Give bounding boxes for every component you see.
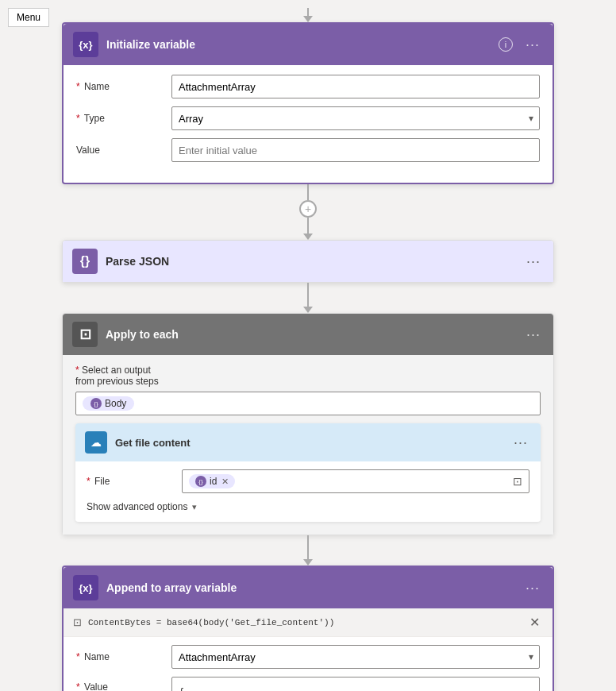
- connector-plus-1: +: [299, 200, 317, 234]
- parse-json-icon: {}: [72, 249, 98, 274]
- apply-to-each-title: Apply to each: [106, 328, 523, 341]
- append-fields: * Name AttachmentArray ▾ * Value: [64, 637, 552, 691]
- canvas: {x} Initialize variable i ··· * Name *: [0, 0, 616, 691]
- apply-to-each-card: ⊡ Apply to each ··· * Select an output f…: [62, 313, 554, 535]
- initialize-variable-header: {x} Initialize variable i ···: [64, 24, 552, 65]
- get-file-actions: ···: [510, 433, 531, 453]
- apply-to-each-icon: ⊡: [72, 322, 98, 347]
- connector-1: +: [299, 184, 317, 240]
- append-value-field-row: * Value { "Name": " ⬡ name: [76, 677, 540, 691]
- get-file-icon: ☁: [85, 431, 107, 454]
- append-name-select[interactable]: AttachmentArray: [171, 645, 540, 669]
- expression-text: ContentBytes = base64(body('Get_file_con…: [88, 618, 334, 627]
- connector-line-3: [307, 535, 309, 559]
- type-field-row: * Type Array String Boolean Integer Floa…: [76, 106, 540, 130]
- folder-icon[interactable]: ⊡: [513, 475, 522, 488]
- append-name-select-wrapper: AttachmentArray ▾: [171, 645, 540, 669]
- menu-button[interactable]: Menu: [8, 8, 49, 27]
- parse-json-title: Parse JSON: [106, 255, 523, 268]
- info-button[interactable]: i: [495, 36, 516, 53]
- type-select[interactable]: Array String Boolean Integer Float Objec…: [171, 106, 540, 130]
- get-file-content-body: * File {} id ✕ ⊡ Show: [75, 461, 541, 522]
- get-file-more-options-button[interactable]: ···: [510, 433, 531, 453]
- append-icon: {x}: [73, 575, 98, 600]
- value-label: Value: [76, 145, 171, 156]
- initialize-variable-icon: {x}: [73, 32, 98, 57]
- add-step-button-1[interactable]: +: [299, 200, 317, 218]
- top-connector: [303, 8, 313, 22]
- parse-json-more-options-button[interactable]: ···: [523, 252, 544, 272]
- id-token-close-icon[interactable]: ✕: [221, 477, 229, 487]
- parse-json-card: {} Parse JSON ···: [62, 240, 554, 283]
- id-token-icon: {}: [195, 476, 206, 487]
- value-input[interactable]: [171, 138, 540, 162]
- expression-bar: ⊡ ContentBytes = base64(body('Get_file_c…: [64, 608, 552, 637]
- initialize-variable-title: Initialize variable: [106, 38, 495, 51]
- apply-to-each-actions: ···: [523, 325, 544, 345]
- apply-to-each-header: ⊡ Apply to each ···: [63, 314, 553, 355]
- expression-close-button[interactable]: ✕: [526, 613, 543, 631]
- name-required-marker: *: [76, 81, 80, 92]
- initialize-variable-card: {x} Initialize variable i ··· * Name *: [62, 22, 554, 184]
- parse-json-actions: ···: [523, 252, 544, 272]
- name-input[interactable]: [171, 75, 540, 98]
- select-output-section: * Select an output from previous steps {…: [75, 365, 541, 415]
- select-output-label: * Select an output from previous steps: [75, 365, 541, 387]
- get-file-content-header: ☁ Get file content ···: [75, 423, 541, 461]
- name-field-row: * Name: [76, 75, 540, 98]
- file-input[interactable]: {} id ✕ ⊡: [182, 469, 529, 493]
- append-actions: ···: [522, 578, 543, 598]
- type-label: * Type: [76, 113, 171, 124]
- value-line-open: {: [179, 685, 533, 691]
- connector-line-1b: [307, 218, 309, 234]
- append-to-array-header: {x} Append to array variable ···: [64, 567, 552, 608]
- token-icon: {}: [90, 398, 102, 409]
- append-name-field-row: * Name AttachmentArray ▾: [76, 645, 540, 669]
- append-to-array-body: ⊡ ContentBytes = base64(body('Get_file_c…: [64, 608, 552, 691]
- append-to-array-title: Append to array variable: [106, 581, 522, 594]
- chevron-down-icon: ▾: [192, 502, 197, 512]
- apply-to-each-more-options-button[interactable]: ···: [523, 325, 544, 345]
- expression-icon: ⊡: [73, 616, 82, 628]
- more-options-button[interactable]: ···: [522, 35, 543, 55]
- connector-2: [303, 283, 313, 313]
- apply-to-each-body: * Select an output from previous steps {…: [63, 355, 553, 535]
- append-more-options-button[interactable]: ···: [522, 578, 543, 598]
- get-file-content-card: ☁ Get file content ··· * File: [75, 423, 541, 522]
- connector-arrow-3: [303, 559, 313, 566]
- show-advanced-options-button[interactable]: Show advanced options ▾: [87, 501, 529, 512]
- parse-json-header: {} Parse JSON ···: [63, 241, 553, 282]
- name-label: * Name: [76, 81, 171, 92]
- connector-arrow-1: [303, 234, 313, 240]
- append-value-label: * Value: [76, 677, 171, 691]
- type-select-wrapper: Array String Boolean Integer Float Objec…: [171, 106, 540, 130]
- body-token: {} Body: [83, 396, 134, 411]
- connector-line-2: [307, 283, 309, 307]
- connector-3: [303, 535, 313, 566]
- id-token: {} id ✕: [189, 474, 235, 488]
- connector-arrow-2: [303, 307, 313, 313]
- select-output-input[interactable]: {} Body: [75, 392, 541, 415]
- type-required-marker: *: [76, 113, 80, 124]
- connector-arrow-top: [303, 16, 313, 22]
- file-field-row: * File {} id ✕ ⊡: [87, 469, 529, 493]
- connector-line-1a: [307, 184, 309, 200]
- get-file-content-title: Get file content: [115, 437, 510, 449]
- append-to-array-card: {x} Append to array variable ··· ⊡ Conte…: [62, 566, 554, 691]
- info-icon: i: [499, 37, 513, 52]
- value-content[interactable]: { "Name": " ⬡ name ✕ ",: [171, 677, 540, 691]
- file-label: * File: [87, 476, 182, 487]
- value-field-row: Value: [76, 138, 540, 162]
- initialize-variable-actions: i ···: [495, 35, 543, 55]
- initialize-variable-body: * Name * Type Array String Boolean Integ…: [64, 65, 552, 183]
- connector-line-top: [307, 8, 309, 16]
- expression-content: ⊡ ContentBytes = base64(body('Get_file_c…: [73, 616, 334, 628]
- append-name-label: * Name: [76, 651, 171, 662]
